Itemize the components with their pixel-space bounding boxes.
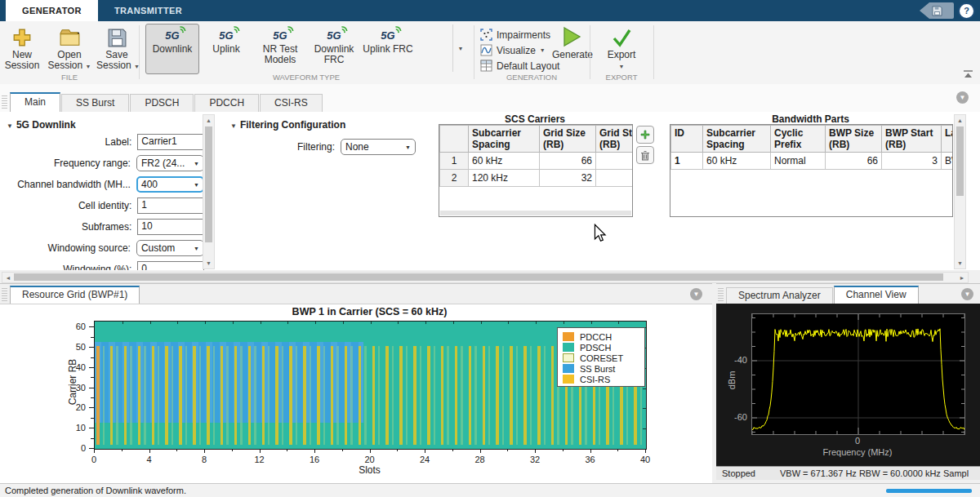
coreset-stripe <box>130 346 131 445</box>
axis-tick-label: 0 <box>82 455 106 464</box>
waveform-type-uplink[interactable]: 5GUplink <box>199 24 253 74</box>
main-hscrollbar[interactable]: ◄ ► <box>0 270 980 283</box>
tab-main[interactable]: Main <box>10 92 60 112</box>
axis-tick <box>398 322 399 324</box>
scroll-right-icon[interactable]: ► <box>958 275 966 281</box>
table-cell[interactable]: 66 <box>540 153 596 170</box>
table-cell[interactable]: 3 <box>882 153 942 170</box>
coreset-stripe <box>116 346 118 445</box>
scroll-up-icon[interactable]: ▲ <box>203 118 214 123</box>
right-scrollbar[interactable]: ▲ ▼ <box>954 114 966 269</box>
tab-transmitter[interactable]: TRANSMITTER <box>98 0 198 21</box>
panel-options-button[interactable]: ▼ <box>690 288 702 300</box>
coreset-stripe <box>310 346 311 445</box>
legend-swatch <box>563 375 574 384</box>
tab-pdsch[interactable]: PDSCH <box>130 94 194 112</box>
quick-save-button[interactable] <box>920 2 954 19</box>
tab-channel-view[interactable]: Channel View <box>834 286 919 304</box>
visualize-button[interactable]: Visualize ▼ <box>480 42 559 58</box>
waveform-type-uplink-frc[interactable]: 5GUplink FRC <box>361 24 415 74</box>
export-button[interactable]: Export▼ <box>603 24 640 74</box>
scroll-down-icon[interactable]: ▼ <box>955 260 965 266</box>
axis-tick <box>287 449 287 451</box>
tab-pdcch[interactable]: PDCCH <box>194 94 259 112</box>
filtering-select[interactable]: None ▼ <box>341 139 416 155</box>
axis-tick <box>233 322 234 324</box>
channel-bandwidth-mh-select[interactable]: 400▼ <box>136 176 204 193</box>
label-input[interactable]: Carrier1 <box>137 134 204 150</box>
titlebar: GENERATORTRANSMITTER ? <box>0 0 980 21</box>
csi-rs-stripe <box>399 346 403 445</box>
collapse-ribbon-button[interactable] <box>963 69 973 81</box>
form-scrollbar[interactable]: ▲ ▼ <box>203 114 215 269</box>
axis-tick <box>91 377 94 378</box>
table-cell[interactable]: 60 kHz <box>703 153 771 170</box>
windowing-source-select[interactable]: Custom▼ <box>136 240 204 256</box>
resource-grid-chart: BWP 1 in Carrier (SCS = 60 kHz) Carrier … <box>0 304 712 484</box>
chevron-down-icon: ▼ <box>964 291 971 298</box>
waveform-type-gallery-dropdown[interactable]: ▼ <box>452 24 468 72</box>
table-cell[interactable]: 60 kHz <box>469 153 540 170</box>
table-cell[interactable]: BWP1 <box>942 153 954 170</box>
coreset-stripe <box>488 346 490 445</box>
frequency-range-select[interactable]: FR2 (24...▼ <box>136 155 204 171</box>
csi-rs-stripe <box>537 346 541 445</box>
spectrum-plot <box>751 313 965 435</box>
table-cell[interactable]: 1 <box>440 153 469 170</box>
tab-spectrum-analyzer[interactable]: Spectrum Analyzer <box>726 287 833 304</box>
panel-grip[interactable] <box>2 95 7 109</box>
panel-grip[interactable] <box>2 288 7 301</box>
scrollbar-thumb[interactable] <box>205 126 212 242</box>
scroll-up-icon[interactable]: ▲ <box>955 118 965 123</box>
windowing-input[interactable]: 0 <box>137 261 204 270</box>
table-cell[interactable]: 2 <box>440 170 469 187</box>
delete-row-button[interactable] <box>636 146 654 164</box>
filtering-section-header[interactable]: ▼Filtering Configuration <box>230 119 345 131</box>
coreset-stripe <box>434 346 435 445</box>
axis-tick <box>370 449 371 453</box>
scroll-left-icon[interactable]: ◄ <box>4 275 12 281</box>
axis-tick <box>176 449 177 451</box>
open-session-button[interactable]: OpenSession ▼ <box>44 24 95 74</box>
axis-tick-label: 40 <box>633 455 657 464</box>
cell-identity-input[interactable]: 1 <box>137 197 204 214</box>
legend-label: PDSCH <box>580 343 612 353</box>
table-cell[interactable]: Normal <box>771 153 826 170</box>
generate-button[interactable]: Generate <box>552 24 590 74</box>
panel-options-button[interactable]: ▼ <box>961 288 973 300</box>
scrollbar-thumb[interactable] <box>14 273 943 281</box>
waveform-type-nr-test-models[interactable]: 5GNR Test Models <box>253 24 307 74</box>
panel-grip[interactable] <box>718 288 724 301</box>
waveform-type-downlink[interactable]: 5GDownlink <box>145 24 199 74</box>
tab-ss-burst[interactable]: SS Burst <box>61 94 129 112</box>
tab-generator[interactable]: GENERATOR <box>6 0 98 21</box>
subframes-input[interactable]: 10 <box>137 219 204 235</box>
default-layout-button[interactable]: Default Layout <box>480 58 559 73</box>
table-hscrollbar[interactable] <box>440 211 631 215</box>
tab-csi-rs[interactable]: CSI-RS <box>260 94 323 112</box>
panel-options-button[interactable]: ▼ <box>956 91 969 104</box>
waveform-type-downlink-frc[interactable]: 5GDownlink FRC <box>307 24 361 74</box>
form-row: Frequency range:FR2 (24...▼ <box>5 154 204 172</box>
add-row-button[interactable] <box>636 126 654 144</box>
table-cell[interactable]: 66 <box>826 153 882 170</box>
scroll-down-icon[interactable]: ▼ <box>203 260 214 266</box>
main-config-panel: ▼5G Downlink Label:Carrier1Frequency ran… <box>0 112 980 270</box>
table-cell[interactable]: 1 <box>671 153 703 170</box>
select-value: 400 <box>141 179 158 190</box>
table-cell[interactable]: 3 <box>596 153 634 170</box>
table-cell[interactable]: 120 kHz <box>469 170 540 187</box>
downlink-section-header[interactable]: ▼5G Downlink <box>7 119 76 131</box>
new-session-button[interactable]: NewSession <box>2 24 42 74</box>
axis-tick <box>481 322 482 324</box>
default-layout-label: Default Layout <box>497 60 559 72</box>
table-cell[interactable]: 2 <box>596 170 634 187</box>
scrollbar-thumb[interactable] <box>956 126 964 196</box>
help-icon[interactable]: ? <box>958 2 975 20</box>
save-session-button[interactable]: SaveSession ▼ <box>96 24 137 74</box>
tab-resource-grid[interactable]: Resource Grid (BWP#1) <box>10 286 140 304</box>
table-cell[interactable]: 32 <box>540 170 596 187</box>
resource-grid-tab-bar: Resource Grid (BWP#1) ▼ <box>0 284 712 304</box>
generation-section-label: GENERATION <box>474 73 590 82</box>
impairments-button[interactable]: Impairments <box>480 27 559 42</box>
